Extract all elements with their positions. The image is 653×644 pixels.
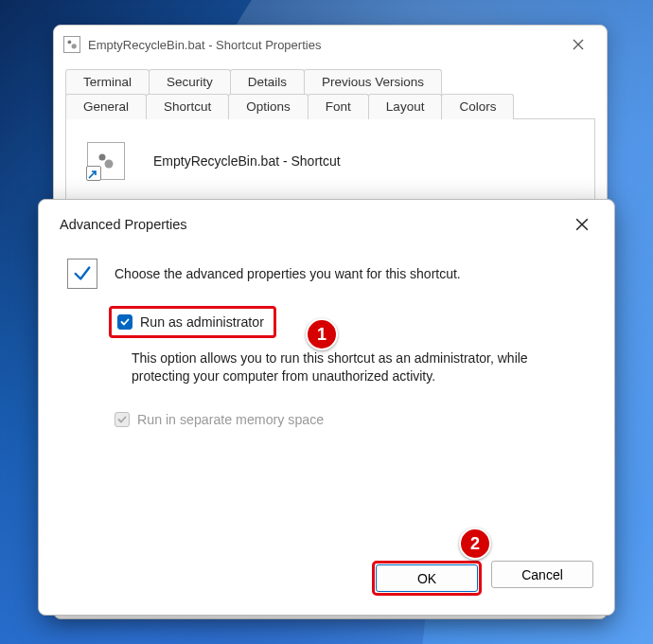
ok-button[interactable]: OK	[376, 564, 478, 592]
run-as-admin-description: This option allows you to run this short…	[132, 349, 544, 385]
run-separate-memory-option: Run in separate memory space	[115, 412, 593, 427]
tab-details[interactable]: Details	[230, 69, 305, 95]
tab-colors[interactable]: Colors	[441, 94, 514, 119]
tab-general[interactable]: General	[65, 94, 147, 119]
run-as-admin-label: Run as administrator	[140, 314, 264, 330]
callout-1: 1	[306, 318, 338, 350]
run-as-administrator-option[interactable]: Run as administrator	[109, 306, 276, 338]
dialog-buttons: OK Cancel	[372, 561, 593, 596]
window-title: EmptyRecycleBin.bat - Shortcut Propertie…	[88, 38, 321, 52]
close-button[interactable]	[559, 30, 597, 59]
tab-shortcut[interactable]: Shortcut	[146, 94, 229, 119]
checkmark-icon	[67, 259, 97, 289]
dialog-close-button[interactable]	[571, 213, 593, 236]
tab-options[interactable]: Options	[228, 94, 309, 119]
run-as-admin-checkbox[interactable]	[117, 314, 132, 330]
svg-point-1	[72, 44, 77, 48]
dialog-intro-text: Choose the advanced properties you want …	[115, 266, 461, 281]
ok-button-highlight: OK	[372, 561, 482, 596]
shortcut-name: EmptyRecycleBin.bat - Shortcut	[153, 153, 341, 169]
svg-point-0	[67, 40, 71, 44]
advanced-properties-dialog: Advanced Properties Choose the advanced …	[38, 199, 615, 616]
callout-2: 2	[459, 528, 491, 560]
tab-terminal[interactable]: Terminal	[65, 69, 150, 95]
shortcut-file-icon	[87, 142, 125, 180]
dialog-title: Advanced Properties	[60, 217, 187, 232]
tab-layout[interactable]: Layout	[368, 94, 443, 119]
cancel-button[interactable]: Cancel	[491, 561, 593, 588]
svg-point-2	[99, 154, 106, 161]
run-separate-memory-label: Run in separate memory space	[137, 412, 324, 427]
file-icon	[63, 36, 80, 53]
run-separate-memory-checkbox	[115, 412, 130, 427]
tab-previous-versions[interactable]: Previous Versions	[304, 69, 442, 95]
tab-security[interactable]: Security	[149, 69, 231, 95]
svg-point-3	[105, 160, 114, 169]
titlebar[interactable]: EmptyRecycleBin.bat - Shortcut Propertie…	[54, 26, 607, 63]
tab-font[interactable]: Font	[308, 94, 369, 119]
